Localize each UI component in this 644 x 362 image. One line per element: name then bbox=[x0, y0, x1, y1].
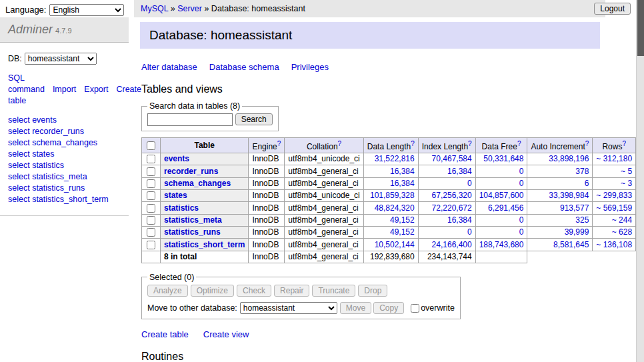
action-button-optimize[interactable]: Optimize bbox=[191, 285, 234, 297]
index-length-link[interactable]: 16,384 bbox=[447, 167, 472, 176]
data-free-link[interactable]: 0 bbox=[519, 167, 524, 176]
table-select-link-states[interactable]: select states bbox=[8, 149, 54, 159]
copy-button[interactable]: Copy bbox=[373, 302, 404, 314]
row-checkbox[interactable] bbox=[147, 191, 155, 200]
move-db-select[interactable]: homeassistant bbox=[240, 302, 337, 314]
overwrite-checkbox[interactable] bbox=[411, 304, 419, 313]
data-length-link[interactable]: 16,384 bbox=[390, 179, 415, 188]
table-link-statistics-runs[interactable]: statistics_runs bbox=[164, 227, 221, 237]
link-create-view[interactable]: Create view bbox=[203, 329, 249, 339]
rows-link[interactable]: ~ 299,833 bbox=[596, 191, 632, 200]
search-input[interactable] bbox=[147, 113, 233, 126]
rows-link[interactable]: ~ 136,108 bbox=[596, 240, 632, 249]
table-select-link-statistics-short-term[interactable]: select statistics_short_term bbox=[8, 195, 109, 204]
table-link-recorder-runs[interactable]: recorder_runs bbox=[164, 167, 218, 176]
index-length-link[interactable]: 70,467,584 bbox=[432, 154, 472, 163]
breadcrumb-item-mysql[interactable]: MySQL bbox=[141, 4, 168, 13]
row-checkbox[interactable] bbox=[147, 241, 155, 249]
row-checkbox[interactable] bbox=[147, 167, 155, 176]
row-checkbox[interactable] bbox=[147, 216, 155, 225]
table-link-events[interactable]: events bbox=[164, 154, 189, 163]
move-button[interactable]: Move bbox=[340, 302, 371, 314]
table-select-link-recorder-runs[interactable]: select recorder_runs bbox=[8, 127, 84, 136]
data-length-link[interactable]: 48,824,320 bbox=[375, 203, 415, 213]
table-select-link-schema-changes[interactable]: select schema_changes bbox=[8, 138, 97, 147]
overwrite-option[interactable]: overwrite bbox=[409, 303, 455, 313]
index-length-link[interactable]: 24,166,400 bbox=[432, 240, 472, 249]
auto-increment-link[interactable]: 325 bbox=[575, 215, 589, 225]
action-button-analyze[interactable]: Analyze bbox=[147, 285, 188, 297]
table-link-schema-changes[interactable]: schema_changes bbox=[164, 179, 231, 188]
scrollbar-thumb[interactable] bbox=[637, 0, 644, 56]
auto-increment-link[interactable]: 8,581,645 bbox=[553, 240, 589, 249]
data-free-link[interactable]: 50,331,648 bbox=[483, 154, 523, 163]
auto-increment-link[interactable]: 33,898,196 bbox=[549, 154, 589, 163]
row-checkbox[interactable] bbox=[147, 155, 155, 163]
table-link-statistics[interactable]: statistics bbox=[164, 203, 199, 213]
rows-link[interactable]: ~ 628 bbox=[612, 227, 632, 237]
data-free-link[interactable]: 104,857,600 bbox=[479, 191, 524, 200]
data-length-link[interactable]: 31,522,816 bbox=[375, 154, 415, 163]
rows-link[interactable]: ~ 569,159 bbox=[596, 203, 632, 213]
index-length-link[interactable]: 0 bbox=[467, 227, 472, 237]
index-length-link[interactable]: 72,220,672 bbox=[432, 203, 472, 213]
table-select-link-statistics-meta[interactable]: select statistics_meta bbox=[8, 172, 87, 181]
data-free-link[interactable]: 6,291,456 bbox=[488, 203, 523, 213]
breadcrumb-item-server[interactable]: Server bbox=[177, 4, 202, 13]
column-help-link[interactable]: ? bbox=[338, 140, 342, 147]
table-select-link-statistics[interactable]: select statistics bbox=[8, 161, 64, 170]
app-name[interactable]: Adminer bbox=[8, 23, 53, 36]
table-link-states[interactable]: states bbox=[164, 191, 187, 200]
rows-link[interactable]: ~ 3 bbox=[621, 179, 632, 188]
column-help-link[interactable]: ? bbox=[517, 140, 521, 147]
data-length-link[interactable]: 16,384 bbox=[390, 167, 415, 176]
action-button-drop[interactable]: Drop bbox=[358, 285, 387, 297]
column-help-link[interactable]: ? bbox=[622, 140, 626, 147]
data-free-link[interactable]: 0 bbox=[519, 227, 524, 237]
data-length-link[interactable]: 10,502,144 bbox=[375, 240, 415, 249]
row-checkbox[interactable] bbox=[147, 204, 155, 213]
action-button-truncate[interactable]: Truncate bbox=[312, 285, 355, 297]
row-checkbox[interactable] bbox=[147, 179, 155, 188]
data-length-link[interactable]: 49,152 bbox=[390, 215, 415, 225]
auto-increment-link[interactable]: 913,577 bbox=[560, 203, 589, 213]
db-select[interactable]: homeassistant bbox=[25, 53, 97, 65]
auto-increment-link[interactable]: 6 bbox=[585, 179, 589, 188]
link-create-table[interactable]: Create table bbox=[141, 329, 189, 339]
data-free-link[interactable]: 188,743,680 bbox=[479, 240, 524, 249]
auto-increment-link[interactable]: 378 bbox=[575, 167, 589, 176]
table-link-statistics-short-term[interactable]: statistics_short_term bbox=[164, 240, 245, 249]
rows-link[interactable]: ~ 5 bbox=[621, 167, 632, 176]
select-all-checkbox[interactable] bbox=[147, 141, 155, 150]
index-length-link[interactable]: 67,256,320 bbox=[432, 191, 472, 200]
scrollbar[interactable] bbox=[636, 0, 644, 362]
subnav-link-alter-database[interactable]: Alter database bbox=[141, 62, 197, 72]
action-button-check[interactable]: Check bbox=[237, 285, 271, 297]
search-button[interactable]: Search bbox=[235, 113, 273, 125]
column-help-link[interactable]: ? bbox=[585, 140, 589, 147]
language-select[interactable]: English bbox=[49, 4, 124, 16]
data-free-link[interactable]: 0 bbox=[519, 179, 524, 188]
row-checkbox[interactable] bbox=[147, 228, 155, 237]
index-length-link[interactable]: 16,384 bbox=[447, 215, 472, 225]
data-length-link[interactable]: 49,152 bbox=[390, 227, 415, 237]
index-length-link[interactable]: 0 bbox=[467, 179, 472, 188]
sidebar-link-import[interactable]: Import bbox=[53, 85, 76, 94]
sidebar-link-export[interactable]: Export bbox=[84, 85, 108, 94]
subnav-link-database-schema[interactable]: Database schema bbox=[209, 62, 279, 72]
column-help-link[interactable]: ? bbox=[411, 140, 415, 147]
data-free-link[interactable]: 0 bbox=[519, 215, 524, 225]
column-help-link[interactable]: ? bbox=[277, 140, 281, 147]
subnav-link-privileges[interactable]: Privileges bbox=[291, 62, 329, 72]
action-button-repair[interactable]: Repair bbox=[274, 285, 309, 297]
auto-increment-link[interactable]: 39,999 bbox=[565, 227, 589, 237]
auto-increment-link[interactable]: 33,398,984 bbox=[549, 191, 589, 200]
sidebar-link-sql-command[interactable]: SQL command bbox=[8, 73, 45, 94]
rows-link[interactable]: ~ 244 bbox=[612, 215, 632, 225]
table-select-link-statistics-runs[interactable]: select statistics_runs bbox=[8, 183, 85, 193]
column-help-link[interactable]: ? bbox=[468, 140, 472, 147]
rows-link[interactable]: ~ 312,180 bbox=[596, 154, 632, 163]
logout-button[interactable]: Logout bbox=[594, 3, 631, 15]
table-link-statistics-meta[interactable]: statistics_meta bbox=[164, 215, 222, 225]
data-length-link[interactable]: 101,859,328 bbox=[370, 191, 415, 200]
